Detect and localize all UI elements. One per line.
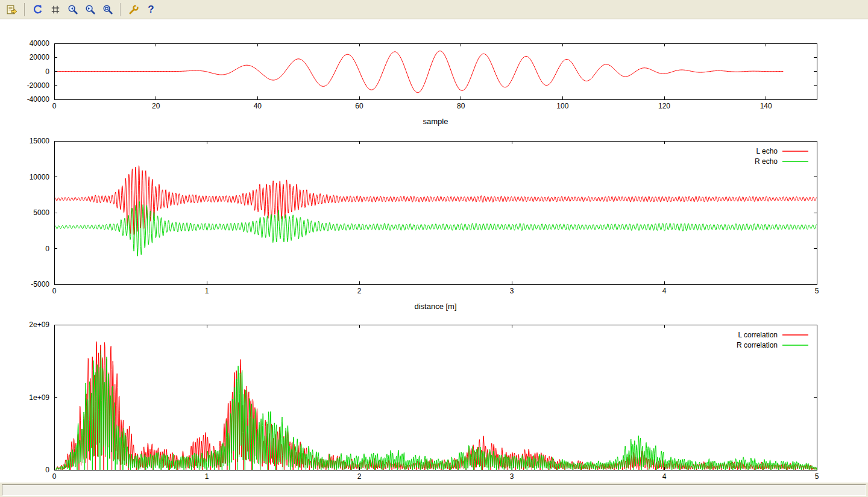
svg-text:120: 120	[658, 102, 670, 110]
svg-text:3: 3	[510, 472, 514, 481]
toolbar-separator	[24, 3, 25, 16]
svg-text:20: 20	[152, 102, 160, 110]
svg-text:4: 4	[662, 287, 667, 295]
svg-text:4: 4	[662, 472, 667, 481]
svg-text:40000: 40000	[30, 39, 50, 48]
export-icon	[7, 4, 17, 15]
replot-button[interactable]	[30, 1, 46, 17]
zoom-next-button[interactable]	[82, 1, 98, 17]
autoscale-button[interactable]	[99, 1, 116, 17]
toolbar-separator	[120, 3, 121, 16]
zoom-previous-icon	[68, 4, 78, 15]
status-bar	[0, 482, 868, 497]
svg-text:-40000: -40000	[27, 95, 50, 104]
plot-canvas[interactable]: 020406080100120140-40000-200000200004000…	[0, 19, 868, 482]
svg-text:0: 0	[45, 466, 49, 474]
wrench-icon	[128, 4, 139, 15]
svg-text:R correlation: R correlation	[737, 341, 778, 349]
svg-text:R echo: R echo	[755, 157, 778, 166]
svg-text:2: 2	[357, 472, 362, 481]
svg-text:0: 0	[52, 287, 57, 295]
svg-text:-20000: -20000	[27, 81, 50, 90]
svg-text:L correlation: L correlation	[738, 331, 778, 339]
svg-text:60: 60	[355, 102, 363, 110]
svg-text:sample: sample	[423, 117, 448, 126]
svg-text:100: 100	[556, 102, 568, 110]
help-icon: ?	[148, 4, 154, 14]
svg-text:0: 0	[52, 102, 57, 110]
svg-text:0: 0	[45, 67, 49, 76]
svg-text:distance [m]: distance [m]	[414, 302, 456, 311]
svg-text:40: 40	[254, 102, 262, 110]
svg-text:20000: 20000	[30, 53, 50, 61]
svg-text:10000: 10000	[30, 173, 50, 181]
svg-text:1: 1	[205, 472, 209, 481]
svg-text:2: 2	[357, 287, 362, 295]
zoom-previous-button[interactable]	[64, 1, 81, 17]
help-button[interactable]: ?	[143, 1, 159, 17]
grid-icon	[50, 4, 61, 15]
export-button[interactable]	[4, 1, 20, 17]
zoom-next-icon	[85, 4, 96, 15]
svg-text:140: 140	[760, 102, 772, 110]
svg-text:1: 1	[205, 287, 209, 295]
svg-text:L echo: L echo	[756, 147, 778, 155]
autoscale-icon	[102, 4, 113, 15]
replot-icon	[33, 4, 43, 15]
svg-text:5: 5	[815, 287, 819, 295]
svg-text:0: 0	[45, 245, 49, 253]
configure-button[interactable]	[125, 1, 142, 17]
svg-text:1e+09: 1e+09	[29, 393, 49, 402]
svg-text:-5000: -5000	[31, 280, 49, 289]
svg-text:15000: 15000	[30, 137, 50, 145]
gnuplot-window: ? 020406080100120140-40000-2000002000040…	[0, 0, 868, 497]
svg-text:5: 5	[815, 472, 819, 481]
status-text	[2, 484, 866, 496]
svg-text:0: 0	[52, 472, 57, 481]
toolbar: ?	[0, 0, 868, 19]
toggle-grid-button[interactable]	[47, 1, 63, 17]
svg-text:3: 3	[510, 287, 514, 295]
svg-text:5000: 5000	[33, 208, 49, 217]
svg-text:2e+09: 2e+09	[29, 320, 49, 329]
svg-text:80: 80	[457, 102, 465, 110]
